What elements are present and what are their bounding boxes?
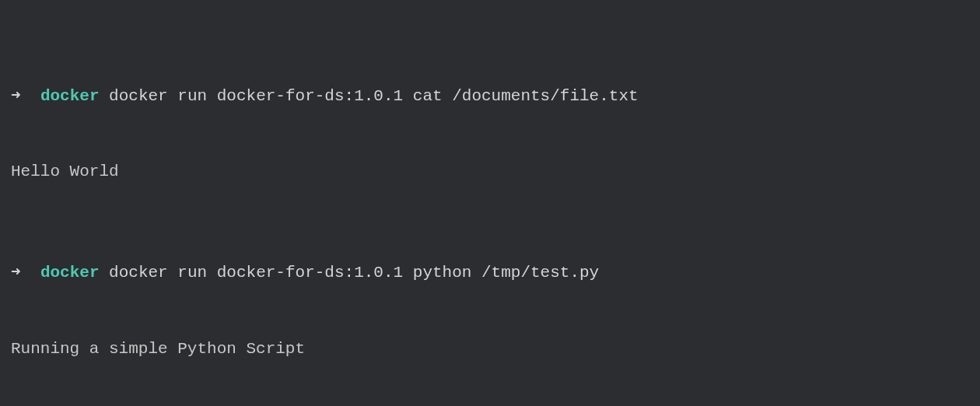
prompt-line: ➜ docker docker run docker-for-ds:1.0.1 … (11, 84, 969, 110)
prompt-line: ➜ docker docker run docker-for-ds:1.0.1 … (11, 261, 969, 286)
prompt-arrow-icon: ➜ (11, 264, 21, 282)
prompt-context: docker (40, 264, 100, 282)
output-line: Hello World (11, 159, 969, 185)
prompt-context: docker (40, 87, 100, 105)
command-text: docker run docker-for-ds:1.0.1 cat /docu… (109, 87, 639, 105)
terminal-output[interactable]: ➜ docker docker run docker-for-ds:1.0.1 … (11, 8, 969, 406)
prompt-arrow-icon: ➜ (11, 87, 21, 105)
output-line: Running a simple Python Script (11, 337, 969, 362)
command-text: docker run docker-for-ds:1.0.1 python /t… (109, 264, 599, 282)
